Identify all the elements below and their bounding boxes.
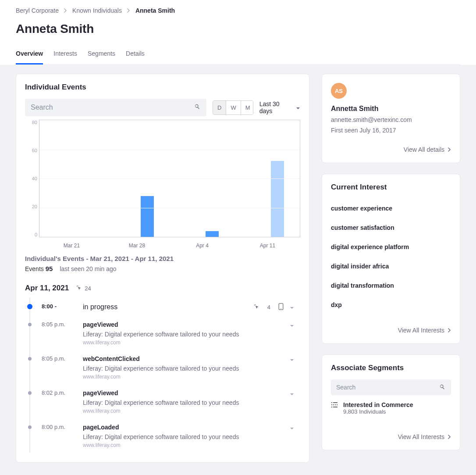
interest-item[interactable]: digital experience platform [331,237,451,257]
event-time: 8:00 p.m. [42,424,77,430]
view-all-segments-link[interactable]: View All Interests [331,433,451,440]
event-name: webContentClicked [83,355,284,362]
caret-down-icon[interactable] [290,355,300,363]
session-dot-icon [27,304,32,309]
interests-card: Current Interest customer experiencecust… [322,174,460,344]
tabs: Overview Interests Segments Details [16,46,460,65]
chevron-right-icon [64,7,67,14]
segment-list-icon [331,401,338,410]
segments-card: Associate Segments Search Interested in … [322,354,460,450]
events-title: Individual Events [25,83,300,92]
tab-segments[interactable]: Segments [88,46,115,64]
last-seen: last seen 20 min ago [60,265,116,272]
event-time: 8:05 p.m. [42,355,77,362]
event-name: pageViewed [83,389,284,396]
x-tick: Mar 21 [39,240,104,250]
chart-caption: Individual's Events - Mar 21, 2021 - Apr… [25,255,300,262]
interest-item[interactable]: digital transformation [331,276,451,295]
timeline-item[interactable]: 8:05 p.m.webContentClickedLiferay: Digit… [29,350,300,384]
breadcrumb-root[interactable]: Beryl Corporate [16,7,59,14]
segment-item[interactable]: Interested in Commerce 9,803 Individuals [331,401,451,415]
mobile-icon [278,303,284,311]
date-range-label: Last 30 days [259,100,292,114]
timeline-day-count: 24 [85,285,91,292]
event-description: Liferay: Digital experience software tai… [83,399,284,406]
event-time: 8:02 p.m. [42,389,77,396]
event-url: www.liferay.com [83,408,284,414]
date-range-dropdown[interactable]: Last 30 days [259,100,300,114]
chart-bar[interactable] [271,161,284,237]
chevron-right-icon [448,146,451,153]
click-icon [253,304,259,311]
segments-search-input[interactable]: Search [331,379,451,395]
events-card: Individual Events Search D W M Las [16,74,309,463]
granularity-week[interactable]: W [226,101,240,114]
segments-title: Associate Segments [331,364,451,372]
granularity-day[interactable]: D [213,101,226,114]
event-name: pageViewed [83,321,284,328]
y-tick: 0 [25,232,37,237]
profile-name: Annetta Smith [331,105,451,113]
y-tick: 60 [25,148,37,153]
chevron-right-icon [448,327,451,334]
events-count: 95 [46,265,53,272]
profile-email: annette.smith@vertexinc.com [331,116,451,123]
event-description: Liferay: Digital experience software tai… [83,433,284,440]
session-count: 4 [267,304,270,311]
caret-down-icon[interactable] [290,424,300,432]
chevron-right-icon [448,433,451,440]
chart-bar[interactable] [206,231,219,237]
timeline-dot-icon [28,425,32,429]
x-tick: Apr 11 [235,240,300,250]
interest-item[interactable]: digital insider africa [331,257,451,276]
caret-down-icon [296,104,300,111]
granularity-month[interactable]: M [241,101,253,114]
y-tick: 20 [25,204,37,209]
interest-item[interactable]: customer experience [331,199,451,218]
event-url: www.liferay.com [83,374,284,380]
timeline-item[interactable]: 8:05 p.m.pageViewedLiferay: Digital expe… [29,316,300,350]
interest-item[interactable]: customer satisfaction [331,218,451,237]
click-icon [76,285,82,292]
event-url: www.liferay.com [83,442,284,448]
timeline-session-header[interactable]: 8:00 - in progress 4 [29,298,300,316]
events-search-input[interactable]: Search [25,99,206,116]
breadcrumb-current: Anneta Smith [135,7,175,14]
x-tick: Apr 4 [170,240,235,250]
breadcrumb: Beryl Corporate Known Individuals Anneta… [16,7,460,14]
timeline-item[interactable]: 8:02 p.m.pageViewedLiferay: Digital expe… [29,384,300,418]
breadcrumb-section[interactable]: Known Individuals [72,7,122,14]
tab-details[interactable]: Details [126,46,145,64]
interest-item[interactable]: dxp [331,295,451,314]
timeline-date: Apr 11, 2021 [25,284,69,293]
tab-interests[interactable]: Interests [53,46,77,64]
event-name: pageLoaded [83,424,284,431]
event-url: www.liferay.com [83,339,284,346]
caret-down-icon[interactable] [290,389,300,397]
y-tick: 40 [25,176,37,181]
event-description: Liferay: Digital experience software tai… [83,331,284,338]
chart-bar[interactable] [141,196,154,237]
tab-overview[interactable]: Overview [16,46,43,64]
segment-meta: 9,803 Individuals [343,408,413,415]
timeline-item[interactable]: 8:00 p.m.pageLoadedLiferay: Digital expe… [29,418,300,453]
profile-first-seen: First seen July 16, 2017 [331,127,451,134]
events-chart: 806040200 Mar 21Mar 28Apr 4Apr 11 [25,120,300,250]
chevron-right-icon [127,7,130,14]
event-time: 8:05 p.m. [42,321,77,328]
view-all-interests-link[interactable]: View All Interests [331,327,451,334]
caret-down-icon[interactable] [290,303,300,311]
svg-point-1 [281,308,281,309]
view-all-details-link[interactable]: View All details [331,146,451,153]
timeline-dot-icon [28,391,32,395]
segment-name: Interested in Commerce [343,401,413,408]
timeline-dot-icon [28,357,32,361]
timeline-dot-icon [28,323,32,326]
caret-down-icon[interactable] [290,321,300,329]
interests-title: Current Interest [331,183,451,192]
search-placeholder: Search [31,104,194,111]
granularity-toggle[interactable]: D W M [213,100,253,115]
search-placeholder: Search [336,384,439,391]
events-count-label: Events [25,265,44,272]
x-tick: Mar 28 [104,240,170,250]
